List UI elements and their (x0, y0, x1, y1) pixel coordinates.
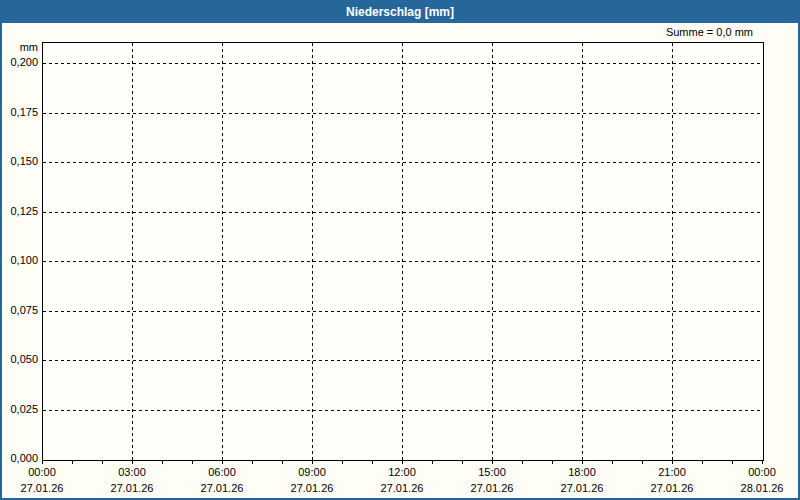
x-tick-time-label: 00:00 (10, 466, 74, 478)
x-tick-date-label: 27.01.26 (550, 482, 614, 494)
plot-area (42, 42, 764, 461)
x-tick-mark (372, 460, 373, 464)
x-tick-mark (552, 460, 553, 464)
h-gridline (43, 360, 763, 361)
x-tick-mark (522, 460, 523, 464)
x-tick-date-label: 28.01.26 (730, 482, 794, 494)
x-tick-date-label: 27.01.26 (460, 482, 524, 494)
y-tick-label: 0,200 (2, 56, 38, 68)
x-tick-date-label: 27.01.26 (190, 482, 254, 494)
v-gridline (402, 43, 403, 460)
x-tick-date-label: 27.01.26 (10, 482, 74, 494)
h-gridline (43, 162, 763, 163)
x-tick-mark (492, 460, 493, 464)
x-tick-time-label: 03:00 (100, 466, 164, 478)
x-tick-mark (192, 460, 193, 464)
x-tick-mark (732, 460, 733, 464)
sum-annotation: Summe = 0,0 mm (666, 26, 753, 38)
y-tick-label: 0,150 (2, 155, 38, 167)
precipitation-chart-window: Niederschlag [mm] Summe = 0,0 mm mm 0,20… (0, 0, 800, 500)
h-gridline (43, 410, 763, 411)
h-gridline (43, 311, 763, 312)
x-tick-mark (432, 460, 433, 464)
y-tick-label: 0,125 (2, 205, 38, 217)
x-tick-mark (312, 460, 313, 464)
chart-title: Niederschlag [mm] (346, 5, 454, 19)
v-gridline (672, 43, 673, 460)
x-tick-mark (222, 460, 223, 464)
x-tick-mark (642, 460, 643, 464)
h-gridline (43, 212, 763, 213)
v-gridline (582, 43, 583, 460)
x-tick-time-label: 09:00 (280, 466, 344, 478)
x-tick-mark (462, 460, 463, 464)
y-tick-label: 0,075 (2, 304, 38, 316)
y-tick-label: 0,050 (2, 353, 38, 365)
x-tick-date-label: 27.01.26 (100, 482, 164, 494)
x-tick-mark (282, 460, 283, 464)
x-tick-mark (72, 460, 73, 464)
x-tick-mark (252, 460, 253, 464)
v-gridline (132, 43, 133, 460)
y-tick-label: 0,100 (2, 254, 38, 266)
x-tick-time-label: 06:00 (190, 466, 254, 478)
y-tick-label: 0,000 (2, 452, 38, 464)
v-gridline (222, 43, 223, 460)
x-tick-mark (762, 460, 763, 464)
x-tick-time-label: 00:00 (730, 466, 794, 478)
x-tick-time-label: 21:00 (640, 466, 704, 478)
x-tick-mark (702, 460, 703, 464)
x-tick-mark (42, 460, 43, 464)
x-tick-date-label: 27.01.26 (280, 482, 344, 494)
x-tick-mark (672, 460, 673, 464)
x-tick-time-label: 12:00 (370, 466, 434, 478)
x-tick-mark (132, 460, 133, 464)
y-axis-unit-label: mm (2, 41, 38, 53)
h-gridline (43, 261, 763, 262)
x-tick-time-label: 15:00 (460, 466, 524, 478)
x-tick-mark (582, 460, 583, 464)
y-tick-label: 0,025 (2, 403, 38, 415)
v-gridline (312, 43, 313, 460)
chart-title-bar: Niederschlag [mm] (2, 2, 798, 23)
x-tick-mark (612, 460, 613, 464)
h-gridline (43, 63, 763, 64)
x-tick-date-label: 27.01.26 (370, 482, 434, 494)
x-tick-mark (402, 460, 403, 464)
v-gridline (492, 43, 493, 460)
x-tick-mark (342, 460, 343, 464)
y-tick-label: 0,175 (2, 106, 38, 118)
x-tick-mark (102, 460, 103, 464)
x-tick-mark (162, 460, 163, 464)
x-tick-time-label: 18:00 (550, 466, 614, 478)
x-tick-date-label: 27.01.26 (640, 482, 704, 494)
h-gridline (43, 113, 763, 114)
